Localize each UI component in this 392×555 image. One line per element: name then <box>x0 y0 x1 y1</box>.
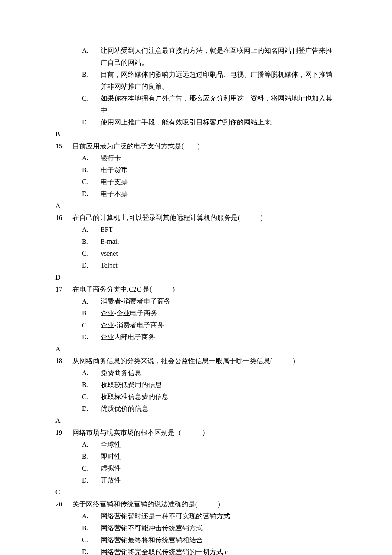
option-row: A. 让网站受到人们注意最直接的方法，就是在互联网上的知名网站刊登广告来推广自己… <box>55 45 337 69</box>
option-row: C. 如果你在本地拥有户外广告，那么应充分利用这一资料，将网站地址也加入其中 <box>55 92 337 116</box>
option-label: C. <box>82 319 101 331</box>
option-text: 收取较低费用的信息 <box>101 379 337 391</box>
option-text: 网络营销将完全取代传统营销的一切方式 c <box>101 546 337 555</box>
option-row: D. 网络营销将完全取代传统营销的一切方式 c <box>55 546 337 555</box>
option-text: Telnet <box>101 260 337 272</box>
option-text: EFT <box>101 224 337 236</box>
option-label: B. <box>82 236 101 248</box>
option-text: 企业-消费者电子商务 <box>101 319 337 331</box>
option-label: B. <box>82 164 101 176</box>
option-label: C. <box>82 176 101 188</box>
option-label: A. <box>82 367 101 379</box>
question-number: 15. <box>55 140 72 152</box>
question-row: 19. 网络市场与现实市场的根本区别是（ ） <box>55 427 337 439</box>
option-text: 银行卡 <box>101 152 337 164</box>
option-label: C. <box>82 248 101 260</box>
answer-line: A <box>55 343 337 355</box>
option-row: C. 网络营销最终将和传统营销相结合 <box>55 534 337 546</box>
option-label: A. <box>82 45 101 57</box>
option-row: D. 优质优价的信息 <box>55 403 337 415</box>
option-label: D. <box>82 260 101 272</box>
question-text: 在自己的计算机上,可以登录到其他远程计算机的服务是( ) <box>72 212 337 224</box>
document-page: A. 让网站受到人们注意最直接的方法，就是在互联网上的知名网站刊登广告来推广自己… <box>0 0 392 555</box>
option-label: D. <box>82 116 101 128</box>
option-text: 使用网上推广手段，能有效吸引目标客户到你的网站上来。 <box>101 116 337 128</box>
question-text: 网络市场与现实市场的根本区别是（ ） <box>72 427 337 439</box>
option-label: B. <box>82 379 101 391</box>
option-row: C. 虚拟性 <box>55 462 337 474</box>
option-text: 让网站受到人们注意最直接的方法，就是在互联网上的知名网站刊登广告来推广自己的网站… <box>101 45 337 69</box>
option-row: D. 使用网上推广手段，能有效吸引目标客户到你的网站上来。 <box>55 116 337 128</box>
option-label: D. <box>82 546 101 555</box>
option-row: B. 企业-企业电子商务 <box>55 307 337 319</box>
option-text: 企业内部电子商务 <box>101 331 337 343</box>
option-row: A. 免费商务信息 <box>55 367 337 379</box>
option-row: A. 全球性 <box>55 439 337 451</box>
option-label: C. <box>82 391 101 403</box>
option-label: C. <box>82 92 101 104</box>
question-row: 15. 目前应用最为广泛的电子支付方式是( ) <box>55 140 337 152</box>
option-row: B. E-mail <box>55 236 337 248</box>
option-text: 即时性 <box>101 451 337 462</box>
option-text: 电子货币 <box>101 164 337 176</box>
answer-line: B <box>55 128 337 140</box>
option-row: A. EFT <box>55 224 337 236</box>
question-row: 16. 在自己的计算机上,可以登录到其他远程计算机的服务是( ) <box>55 212 337 224</box>
option-label: B. <box>82 69 101 81</box>
option-row: B. 目前，网络媒体的影响力远远超过印刷品、电视、广播等脱机媒体，网下推销并非网… <box>55 69 337 92</box>
option-text: 网络营销最终将和传统营销相结合 <box>101 534 337 546</box>
option-row: D. 电子本票 <box>55 188 337 200</box>
option-text: E-mail <box>101 236 337 248</box>
question-number: 16. <box>55 212 72 224</box>
question-number: 17. <box>55 283 72 295</box>
option-label: C. <box>82 462 101 474</box>
option-label: A. <box>82 295 101 307</box>
question-text: 关于网络营销和传统营销的说法准确的是( ) <box>72 498 337 510</box>
option-label: A. <box>82 152 101 164</box>
option-row: C. vsenet <box>55 248 337 260</box>
option-text: 目前，网络媒体的影响力远远超过印刷品、电视、广播等脱机媒体，网下推销并非网站推广… <box>101 69 337 92</box>
question-text: 在电子商务分类中,C2C 是( ) <box>72 283 337 295</box>
answer-line: C <box>55 486 337 498</box>
answer-line: A <box>55 415 337 427</box>
option-text: 优质优价的信息 <box>101 403 337 415</box>
question-number: 18. <box>55 355 72 367</box>
option-label: D. <box>82 188 101 200</box>
option-text: 收取标准信息费的信息 <box>101 391 337 403</box>
option-row: D. Telnet <box>55 260 337 272</box>
option-row: D. 开放性 <box>55 474 337 486</box>
option-text: 开放性 <box>101 474 337 486</box>
option-text: 如果你在本地拥有户外广告，那么应充分利用这一资料，将网站地址也加入其中 <box>101 92 337 116</box>
option-row: C. 收取标准信息费的信息 <box>55 391 337 403</box>
option-row: A. 消费者-消费者电子商务 <box>55 295 337 307</box>
option-label: A. <box>82 439 101 451</box>
option-text: 电子支票 <box>101 176 337 188</box>
option-label: B. <box>82 522 101 534</box>
option-text: 消费者-消费者电子商务 <box>101 295 337 307</box>
option-row: A. 网络营销暂时还是一种不可实现的营销方式 <box>55 510 337 522</box>
option-row: A. 银行卡 <box>55 152 337 164</box>
option-text: 虚拟性 <box>101 462 337 474</box>
answer-line: D <box>55 272 337 283</box>
option-label: B. <box>82 451 101 462</box>
question-row: 17. 在电子商务分类中,C2C 是( ) <box>55 283 337 295</box>
option-text: 全球性 <box>101 439 337 451</box>
option-text: vsenet <box>101 248 337 260</box>
question-number: 19. <box>55 427 72 439</box>
option-label: D. <box>82 403 101 415</box>
option-text: 免费商务信息 <box>101 367 337 379</box>
option-label: D. <box>82 474 101 486</box>
question-text: 从网络商务信息的分类来说，社会公益性信息一般属于哪一类信息( ) <box>72 355 337 367</box>
question-text: 目前应用最为广泛的电子支付方式是( ) <box>72 140 337 152</box>
option-row: B. 网络营销不可能冲击传统营销方式 <box>55 522 337 534</box>
option-label: A. <box>82 224 101 236</box>
option-label: D. <box>82 331 101 343</box>
option-text: 电子本票 <box>101 188 337 200</box>
option-label: C. <box>82 534 101 546</box>
option-row: C. 企业-消费者电子商务 <box>55 319 337 331</box>
option-text: 网络营销不可能冲击传统营销方式 <box>101 522 337 534</box>
option-row: C. 电子支票 <box>55 176 337 188</box>
option-label: B. <box>82 307 101 319</box>
question-row: 18. 从网络商务信息的分类来说，社会公益性信息一般属于哪一类信息( ) <box>55 355 337 367</box>
option-row: B. 即时性 <box>55 451 337 462</box>
